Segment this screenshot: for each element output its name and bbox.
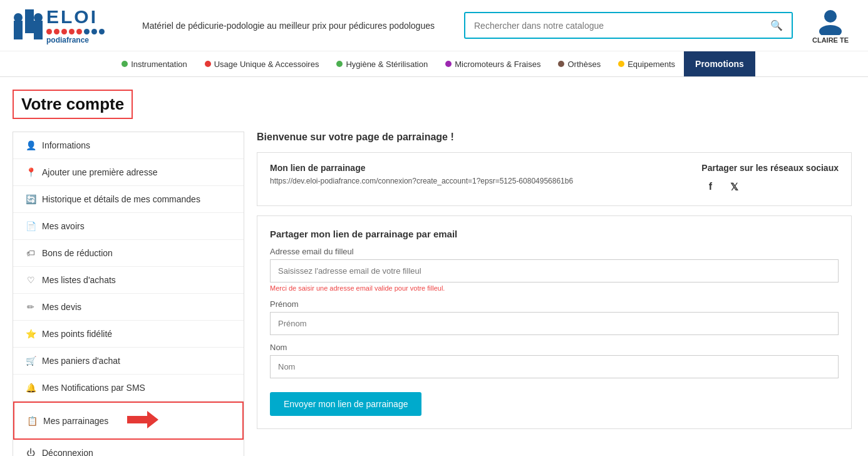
- sidebar-item-points[interactable]: ⭐ Mes points fidélité: [13, 321, 244, 348]
- svg-rect-2: [25, 9, 34, 33]
- history-icon: 🔄: [26, 194, 36, 204]
- star-icon: ⭐: [26, 329, 36, 339]
- arrow-indicator: [127, 411, 158, 430]
- email-section-title: Partager mon lien de parrainage par emai…: [270, 229, 839, 239]
- logo: ELOI podiafrance: [13, 6, 105, 44]
- nav-item-instrumentation[interactable]: Instrumentation: [113, 52, 196, 76]
- sidebar-item-avoirs[interactable]: 📄 Mes avoirs: [13, 213, 244, 240]
- referral-url: https://dev.eloi-podiafrance.com/connexi…: [270, 177, 689, 185]
- social-icons: f 𝕏: [701, 178, 839, 195]
- search-input[interactable]: [465, 14, 762, 37]
- page-content: Votre compte 👤 Informations 📍 Ajouter un…: [0, 77, 864, 456]
- brand-name: ELOI: [46, 6, 105, 28]
- tag-icon: 🏷: [26, 248, 36, 258]
- main-nav: Instrumentation Usage Unique & Accessoir…: [0, 51, 868, 77]
- referral-link-title: Mon lien de parrainage: [270, 163, 689, 173]
- social-section: Partager sur les réseaux sociaux f 𝕏: [701, 163, 839, 195]
- nav-dot-ortheses: [558, 61, 564, 67]
- sidebar-item-bons[interactable]: 🏷 Bons de réduction: [13, 240, 244, 267]
- nav-item-equipements[interactable]: Equipements: [609, 52, 684, 76]
- welcome-text: Bienvenue sur votre page de parrainage !: [257, 132, 852, 143]
- sidebar-item-notifications[interactable]: 🔔 Mes Notifications par SMS: [13, 375, 244, 402]
- sidebar-item-deconnexion[interactable]: ⏻ Déconnexion: [13, 440, 244, 456]
- nav-item-hygiene[interactable]: Hygiène & Stérilisation: [328, 52, 437, 76]
- logo-area: ELOI podiafrance: [13, 6, 113, 44]
- sidebar-item-informations[interactable]: 👤 Informations: [13, 132, 244, 159]
- svg-rect-1: [14, 13, 23, 22]
- bell-icon: 🔔: [26, 383, 36, 393]
- header-tagline: Matériel de pédicurie-podologie au meill…: [125, 21, 452, 31]
- user-area[interactable]: CLAIRE TE: [805, 8, 855, 44]
- email-label: Adresse email du filleul: [270, 247, 839, 256]
- cart-icon: 🛒: [26, 356, 36, 366]
- nom-label: Nom: [270, 343, 839, 352]
- referral-link-box: Mon lien de parrainage https://dev.eloi-…: [257, 152, 852, 206]
- sidebar: 👤 Informations 📍 Ajouter une première ad…: [13, 132, 244, 456]
- sidebar-item-listes[interactable]: ♡ Mes listes d'achats: [13, 267, 244, 294]
- logo-icon: [13, 8, 43, 43]
- email-input[interactable]: [270, 259, 839, 282]
- prenom-group: Prénom: [270, 299, 839, 335]
- search-bar: 🔍: [464, 12, 793, 39]
- svg-rect-3: [34, 21, 43, 39]
- sidebar-item-paniers[interactable]: 🛒 Mes paniers d'achat: [13, 348, 244, 375]
- content-area: Bienvenue sur votre page de parrainage !…: [257, 132, 852, 456]
- sidebar-item-history[interactable]: 🔄 Historique et détails de mes commandes: [13, 186, 244, 213]
- nom-group: Nom: [270, 343, 839, 378]
- nav-item-usage-unique[interactable]: Usage Unique & Accessoires: [196, 52, 328, 76]
- edit-icon: ✏: [26, 302, 36, 312]
- email-form-box: Partager mon lien de parrainage par emai…: [257, 215, 852, 429]
- svg-rect-4: [34, 13, 43, 22]
- logo-dots: [46, 29, 105, 34]
- file2-icon: 📋: [27, 416, 37, 426]
- sidebar-item-devis[interactable]: ✏ Mes devis: [13, 294, 244, 321]
- header: ELOI podiafrance Matériel de péd: [0, 0, 868, 51]
- nav-dot-micromoteurs: [445, 61, 452, 67]
- sidebar-item-add-address[interactable]: 📍 Ajouter une première adresse: [13, 159, 244, 186]
- page-title-box: Votre compte: [13, 90, 133, 119]
- arrow-icon: [127, 411, 158, 428]
- nav-item-ortheses[interactable]: Orthèses: [549, 52, 609, 76]
- nav-dot-instrumentation: [121, 61, 128, 67]
- referral-link-section: Mon lien de parrainage https://dev.eloi-…: [270, 163, 689, 195]
- sidebar-item-parrainages[interactable]: 📋 Mes parrainages: [13, 402, 244, 440]
- main-layout: 👤 Informations 📍 Ajouter une première ad…: [13, 132, 852, 456]
- twitter-icon[interactable]: 𝕏: [725, 178, 743, 195]
- nav-item-micromoteurs[interactable]: Micromoteurs & Fraises: [437, 52, 549, 76]
- file-icon: 📄: [26, 221, 36, 231]
- location-icon: 📍: [26, 167, 36, 177]
- user-avatar-icon: [818, 8, 843, 35]
- nav-dot-usage: [205, 61, 211, 67]
- submit-button[interactable]: Envoyer mon lien de parrainage: [270, 392, 421, 416]
- prenom-label: Prénom: [270, 299, 839, 309]
- search-button[interactable]: 🔍: [762, 13, 792, 38]
- person-icon: 👤: [26, 140, 36, 150]
- user-label: CLAIRE TE: [812, 36, 849, 44]
- heart-icon: ♡: [26, 275, 36, 285]
- svg-marker-7: [127, 411, 158, 428]
- prenom-input[interactable]: [270, 312, 839, 335]
- facebook-icon[interactable]: f: [701, 178, 719, 195]
- nav-item-promotions[interactable]: Promotions: [684, 51, 755, 76]
- logo-subtitle: podiafrance: [46, 36, 105, 44]
- nom-input[interactable]: [270, 355, 839, 378]
- email-hint: Merci de saisir une adresse email valide…: [270, 284, 839, 292]
- email-group: Adresse email du filleul Merci de saisir…: [270, 247, 839, 292]
- social-title: Partager sur les réseaux sociaux: [701, 163, 839, 173]
- nav-dot-equipements: [618, 61, 624, 67]
- svg-point-5: [824, 10, 837, 23]
- logout-icon: ⏻: [26, 448, 36, 456]
- svg-point-6: [819, 25, 842, 35]
- page-title: Votre compte: [21, 95, 124, 114]
- nav-dot-hygiene: [336, 61, 343, 67]
- svg-rect-0: [14, 21, 23, 39]
